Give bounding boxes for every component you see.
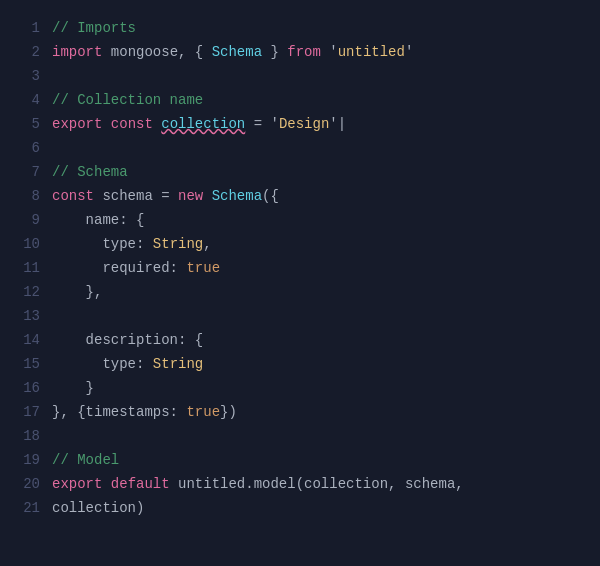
token: import bbox=[52, 44, 102, 60]
line-number-16: 16 bbox=[12, 376, 40, 400]
line-number-4: 4 bbox=[12, 88, 40, 112]
line-number-1: 1 bbox=[12, 16, 40, 40]
code-line-21: collection) bbox=[52, 496, 584, 520]
token: '| bbox=[329, 116, 346, 132]
code-line-16: } bbox=[52, 376, 584, 400]
line-number-19: 19 bbox=[12, 448, 40, 472]
token: ({ bbox=[262, 188, 279, 204]
line-numbers: 123456789101112131415161718192021 bbox=[0, 16, 52, 550]
token: ' bbox=[405, 44, 413, 60]
code-line-19: // Model bbox=[52, 448, 584, 472]
line-number-20: 20 bbox=[12, 472, 40, 496]
code-line-15: type: String bbox=[52, 352, 584, 376]
code-line-6 bbox=[52, 136, 584, 160]
code-line-14: description: { bbox=[52, 328, 584, 352]
token: Schema bbox=[212, 44, 262, 60]
token: , bbox=[203, 236, 211, 252]
token: Design bbox=[279, 116, 329, 132]
line-number-5: 5 bbox=[12, 112, 40, 136]
token: }) bbox=[220, 404, 237, 420]
token: } bbox=[52, 380, 94, 396]
token: default bbox=[111, 476, 170, 492]
token: true bbox=[186, 404, 220, 420]
token: }, bbox=[52, 284, 102, 300]
token: name: { bbox=[52, 212, 144, 228]
token: = ' bbox=[245, 116, 279, 132]
code-line-12: }, bbox=[52, 280, 584, 304]
code-line-1: // Imports bbox=[52, 16, 584, 40]
code-line-11: required: true bbox=[52, 256, 584, 280]
line-number-11: 11 bbox=[12, 256, 40, 280]
token: required: bbox=[52, 260, 186, 276]
token: String bbox=[153, 236, 203, 252]
token: schema = bbox=[94, 188, 178, 204]
line-number-10: 10 bbox=[12, 232, 40, 256]
code-line-4: // Collection name bbox=[52, 88, 584, 112]
line-number-17: 17 bbox=[12, 400, 40, 424]
token: mongoose, { bbox=[102, 44, 211, 60]
token: const bbox=[111, 116, 153, 132]
code-line-8: const schema = new Schema({ bbox=[52, 184, 584, 208]
token: }, {timestamps: bbox=[52, 404, 186, 420]
token: collection) bbox=[52, 500, 144, 516]
line-number-18: 18 bbox=[12, 424, 40, 448]
token: // Model bbox=[52, 452, 119, 468]
line-number-6: 6 bbox=[12, 136, 40, 160]
code-area[interactable]: // Importsimport mongoose, { Schema } fr… bbox=[52, 16, 600, 550]
code-editor: 123456789101112131415161718192021 // Imp… bbox=[0, 0, 600, 566]
line-number-12: 12 bbox=[12, 280, 40, 304]
code-line-13 bbox=[52, 304, 584, 328]
token: untitled bbox=[338, 44, 405, 60]
token: } bbox=[262, 44, 287, 60]
token: // Collection name bbox=[52, 92, 203, 108]
code-line-10: type: String, bbox=[52, 232, 584, 256]
token: const bbox=[52, 188, 94, 204]
code-line-5: export const collection = 'Design'| bbox=[52, 112, 584, 136]
token: export bbox=[52, 116, 102, 132]
line-number-13: 13 bbox=[12, 304, 40, 328]
token: type: bbox=[52, 356, 153, 372]
code-line-18 bbox=[52, 424, 584, 448]
token: true bbox=[186, 260, 220, 276]
line-number-21: 21 bbox=[12, 496, 40, 520]
line-number-9: 9 bbox=[12, 208, 40, 232]
line-number-15: 15 bbox=[12, 352, 40, 376]
line-number-7: 7 bbox=[12, 160, 40, 184]
token bbox=[102, 476, 110, 492]
token: // Schema bbox=[52, 164, 128, 180]
token: new bbox=[178, 188, 203, 204]
line-number-8: 8 bbox=[12, 184, 40, 208]
line-number-2: 2 bbox=[12, 40, 40, 64]
line-number-3: 3 bbox=[12, 64, 40, 88]
token: type: bbox=[52, 236, 153, 252]
token bbox=[153, 116, 161, 132]
token: export bbox=[52, 476, 102, 492]
token: untitled.model(collection, schema, bbox=[170, 476, 464, 492]
token bbox=[203, 188, 211, 204]
code-line-17: }, {timestamps: true}) bbox=[52, 400, 584, 424]
line-number-14: 14 bbox=[12, 328, 40, 352]
token: from bbox=[287, 44, 321, 60]
code-line-3 bbox=[52, 64, 584, 88]
token: String bbox=[153, 356, 203, 372]
code-line-9: name: { bbox=[52, 208, 584, 232]
code-line-2: import mongoose, { Schema } from 'untitl… bbox=[52, 40, 584, 64]
token: description: { bbox=[52, 332, 203, 348]
token bbox=[102, 116, 110, 132]
code-line-7: // Schema bbox=[52, 160, 584, 184]
token: // Imports bbox=[52, 20, 136, 36]
token: collection bbox=[161, 116, 245, 132]
code-line-20: export default untitled.model(collection… bbox=[52, 472, 584, 496]
token: ' bbox=[321, 44, 338, 60]
token: Schema bbox=[212, 188, 262, 204]
